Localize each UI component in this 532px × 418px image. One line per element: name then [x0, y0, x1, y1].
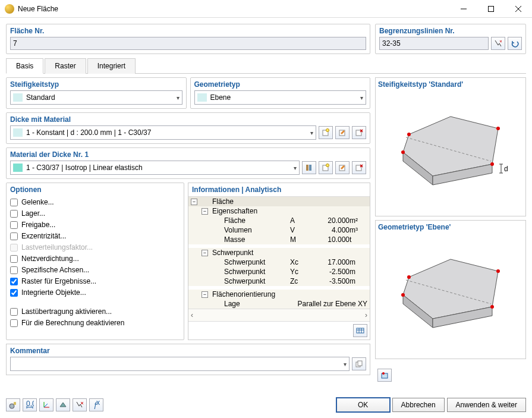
comment-panel: Kommentar ▾	[6, 344, 370, 375]
comment-dropdown[interactable]: ▾	[10, 357, 350, 371]
chk-integrierte-objekte[interactable]: Integrierte Objekte...	[10, 288, 180, 297]
preview-stiffness: Steifigkeitstyp 'Standard' d	[375, 77, 526, 216]
svg-rect-13	[309, 165, 311, 171]
stiffness-panel: Steifigkeitstyp Standard ▾	[6, 77, 187, 109]
material-panel: Material der Dicke Nr. 1 1 - C30/37 | Is…	[6, 147, 370, 179]
svg-point-48	[10, 404, 14, 408]
scroll-right-icon[interactable]: ›	[365, 311, 367, 319]
svg-point-33	[496, 127, 500, 130]
titlebar: Neue Fläche	[0, 0, 532, 18]
chk-lastuebertragung[interactable]: Lastübertragung aktivieren...	[10, 307, 180, 316]
chk-lager[interactable]: Lager...	[10, 209, 180, 218]
maximize-button[interactable]	[477, 0, 505, 18]
svg-point-42	[401, 293, 405, 297]
material-label: Material der Dicke Nr. 1	[10, 150, 366, 159]
axes-icon[interactable]	[39, 398, 53, 411]
material-library-icon[interactable]	[302, 161, 316, 174]
help-icon[interactable]	[6, 398, 20, 411]
options-label: Optionen	[10, 186, 180, 194]
svg-point-45	[496, 269, 500, 273]
thickness-dropdown[interactable]: 1 - Konstant | d : 200.0 mm | 1 - C30/37…	[10, 125, 316, 140]
tree-toggle-icon[interactable]: −	[202, 250, 208, 256]
chevron-down-icon: ▾	[177, 95, 180, 101]
svg-line-56	[44, 404, 48, 407]
info-panel: Informationen | Analytisch −Fläche −Eige…	[188, 183, 370, 340]
thickness-edit-icon[interactable]	[335, 126, 350, 139]
stiffness-preview-icon: d	[385, 105, 516, 200]
tab-integriert[interactable]: Integriert	[87, 58, 136, 74]
material-dropdown[interactable]: 1 - C30/37 | Isotrop | Linear elastisch …	[10, 161, 300, 175]
chk-spezifische-achsen[interactable]: Spezifische Achsen...	[10, 266, 180, 274]
surface-no-group: Fläche Nr.	[6, 24, 370, 54]
info-table-icon[interactable]	[353, 324, 367, 337]
chk-freigabe[interactable]: Freigabe...	[10, 221, 180, 229]
preview-extra-icon[interactable]	[377, 369, 392, 382]
svg-point-7	[326, 129, 329, 132]
svg-text:d: d	[504, 165, 508, 173]
geometry-dropdown[interactable]: Ebene ▾	[194, 90, 367, 105]
svg-rect-25	[358, 361, 362, 366]
minimize-button[interactable]	[450, 0, 477, 18]
svg-rect-1	[489, 6, 494, 11]
svg-rect-20	[357, 328, 364, 333]
tree-toggle-icon[interactable]: −	[191, 199, 197, 205]
chk-exzentrizitaet[interactable]: Exzentrizität...	[10, 232, 180, 240]
tab-raster[interactable]: Raster	[45, 58, 86, 74]
ok-button[interactable]: OK	[336, 398, 390, 412]
chk-netzverdichtung[interactable]: Netzverdichtung...	[10, 254, 180, 263]
svg-point-15	[326, 164, 329, 167]
comment-copy-icon[interactable]	[352, 357, 366, 370]
clear-selection-icon[interactable]	[73, 398, 87, 411]
preview-geometry-title: Geometrietyp 'Ebene'	[378, 223, 523, 231]
stiffness-label: Steifigkeitstyp	[10, 80, 182, 89]
tabs: Basis Raster Integriert	[6, 58, 526, 74]
geometry-panel: Geometrietyp Ebene ▾	[190, 77, 371, 109]
chk-raster-ergebnisse[interactable]: Raster für Ergebnisse...	[10, 277, 180, 285]
scroll-left-icon[interactable]: ‹	[191, 311, 193, 319]
button-bar: 0,00 ƒx OK Abbrechen Anwenden & weiter	[6, 398, 526, 412]
app-icon	[5, 4, 14, 14]
units-icon[interactable]: 0,00	[23, 398, 37, 411]
thickness-panel: Dicke mit Material 1 - Konstant | d : 20…	[6, 112, 370, 144]
chevron-down-icon: ▾	[310, 130, 313, 136]
chevron-down-icon: ▾	[294, 165, 297, 171]
chk-deaktivieren[interactable]: Für die Berechnung deaktivieren	[10, 319, 180, 327]
tab-basis[interactable]: Basis	[6, 58, 43, 74]
thickness-new-icon[interactable]	[319, 126, 333, 139]
undo-icon[interactable]	[508, 37, 522, 50]
svg-point-47	[382, 372, 385, 375]
tree-toggle-icon[interactable]: −	[202, 291, 208, 298]
apply-continue-button[interactable]: Anwenden & weiter	[447, 398, 526, 412]
function-icon[interactable]: ƒx	[89, 398, 103, 411]
material-edit-icon[interactable]	[335, 161, 350, 174]
material-new-icon[interactable]	[319, 161, 333, 174]
surface-no-label: Fläche Nr.	[10, 27, 366, 35]
tree-toggle-icon[interactable]: −	[202, 208, 208, 215]
preview-stiffness-title: Steifigkeitstyp 'Standard'	[378, 80, 523, 89]
chevron-down-icon: ▾	[344, 361, 347, 367]
thickness-delete-icon[interactable]	[352, 126, 366, 139]
window-title: Neue Fläche	[18, 5, 450, 13]
boundary-group: Begrenzungslinien Nr.	[375, 24, 526, 54]
svg-point-31	[490, 162, 494, 166]
svg-text:x: x	[96, 401, 100, 407]
thickness-label: Dicke mit Material	[10, 115, 366, 124]
pick-lines-icon[interactable]	[491, 37, 505, 50]
boundary-input[interactable]	[379, 37, 489, 50]
material-delete-icon[interactable]	[352, 161, 366, 174]
render-icon[interactable]	[56, 398, 70, 411]
chk-gelenke[interactable]: Gelenke...	[10, 198, 180, 206]
cancel-button[interactable]: Abbrechen	[392, 398, 445, 412]
chk-lastverteilung: Lastverteilungsfaktor...	[10, 243, 180, 252]
close-button[interactable]	[505, 0, 532, 18]
svg-point-43	[490, 305, 494, 309]
svg-rect-49	[14, 402, 16, 405]
boundary-label: Begrenzungslinien Nr.	[379, 27, 522, 35]
info-header: Informationen | Analytisch	[188, 183, 370, 196]
surface-no-input[interactable]	[10, 37, 366, 50]
svg-marker-57	[60, 403, 66, 407]
comment-label: Kommentar	[10, 347, 366, 355]
svg-rect-12	[306, 165, 309, 171]
stiffness-dropdown[interactable]: Standard ▾	[10, 90, 182, 105]
geometry-preview-icon	[385, 247, 516, 342]
